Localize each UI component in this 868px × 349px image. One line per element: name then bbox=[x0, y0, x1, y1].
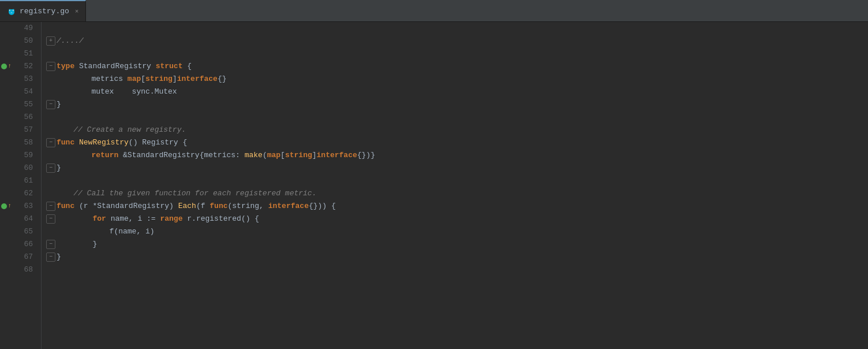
gutter-63: ↑ 63 bbox=[0, 200, 36, 213]
gutter-61: 61 bbox=[0, 174, 36, 187]
gopher-icon bbox=[7, 7, 16, 16]
code-line-67: − } bbox=[46, 251, 868, 263]
gutter-62: 62 bbox=[0, 187, 36, 200]
code-line-62: // Call the given function for each regi… bbox=[46, 187, 868, 200]
code-line-51 bbox=[46, 47, 868, 60]
code-line-61 bbox=[46, 174, 868, 187]
gutter-59: 59 bbox=[0, 149, 36, 162]
code-line-53: metrics map [ string ] interface {} bbox=[46, 73, 868, 86]
code-line-66: − } bbox=[46, 238, 868, 251]
code-line-68 bbox=[46, 263, 868, 276]
code-line-64: − for name, i := range r.registered() { bbox=[46, 213, 868, 225]
svg-point-6 bbox=[13, 10, 14, 10]
code-line-57: // Create a new registry. bbox=[46, 124, 868, 136]
code-line-55: − } bbox=[46, 98, 868, 111]
line-number-gutter: 49 50 51 ↑ 52 53 54 55 56 57 bbox=[0, 22, 42, 349]
fold-marker-50[interactable]: + bbox=[46, 36, 55, 46]
breakpoint-dot-63 bbox=[1, 203, 7, 209]
gutter-58: 58 bbox=[0, 136, 36, 149]
editor-area: 49 50 51 ↑ 52 53 54 55 56 57 bbox=[0, 22, 868, 349]
gutter-55: 55 bbox=[0, 98, 36, 111]
fold-marker-60[interactable]: − bbox=[46, 164, 55, 173]
code-line-52: − type StandardRegistry struct { bbox=[46, 60, 868, 73]
gutter-57: 57 bbox=[0, 124, 36, 136]
svg-point-7 bbox=[11, 12, 13, 13]
code-line-60: − } bbox=[46, 162, 868, 174]
gutter-60: 60 bbox=[0, 162, 36, 174]
tab-label: registry.go bbox=[20, 7, 69, 16]
gutter-68: 68 bbox=[0, 263, 36, 276]
fold-marker-52[interactable]: − bbox=[46, 62, 55, 71]
svg-point-5 bbox=[10, 10, 10, 10]
code-line-54: mutex sync.Mutex bbox=[46, 86, 868, 98]
gutter-66: 66 bbox=[0, 238, 36, 251]
gutter-67: 67 bbox=[0, 251, 36, 263]
fold-marker-66[interactable]: − bbox=[46, 240, 55, 249]
code-editor[interactable]: + /..../ − type StandardRegistry struct … bbox=[42, 22, 868, 349]
fold-marker-58[interactable]: − bbox=[46, 138, 55, 147]
up-arrow-52: ↑ bbox=[8, 60, 12, 73]
gutter-49: 49 bbox=[0, 22, 36, 35]
gutter-64: 64 bbox=[0, 213, 36, 225]
tab-bar: registry.go × bbox=[0, 0, 868, 22]
code-line-63: − func (r *StandardRegistry) Each (f fun… bbox=[46, 200, 868, 213]
tab-close-button[interactable]: × bbox=[75, 8, 79, 15]
tab-registry-go[interactable]: registry.go × bbox=[0, 0, 86, 21]
code-line-58: − func NewRegistry () Registry { bbox=[46, 136, 868, 149]
gutter-65: 65 bbox=[0, 225, 36, 238]
breakpoint-dot-52 bbox=[1, 64, 7, 69]
code-line-59: return &StandardRegistry{metrics: make (… bbox=[46, 149, 868, 162]
gutter-54: 54 bbox=[0, 86, 36, 98]
code-line-49 bbox=[46, 22, 868, 35]
up-arrow-63: ↑ bbox=[8, 200, 12, 213]
code-line-56 bbox=[46, 111, 868, 124]
gutter-56: 56 bbox=[0, 111, 36, 124]
fold-marker-63[interactable]: − bbox=[46, 202, 55, 211]
fold-marker-64[interactable]: − bbox=[46, 214, 55, 224]
code-line-65: f(name, i) bbox=[46, 225, 868, 238]
gutter-50: 50 bbox=[0, 35, 36, 47]
gutter-53: 53 bbox=[0, 73, 36, 86]
gutter-52: ↑ 52 bbox=[0, 60, 36, 73]
fold-marker-55[interactable]: − bbox=[46, 100, 55, 109]
gutter-51: 51 bbox=[0, 47, 36, 60]
code-line-50: + /..../ bbox=[46, 35, 868, 47]
fold-marker-67[interactable]: − bbox=[46, 253, 55, 262]
